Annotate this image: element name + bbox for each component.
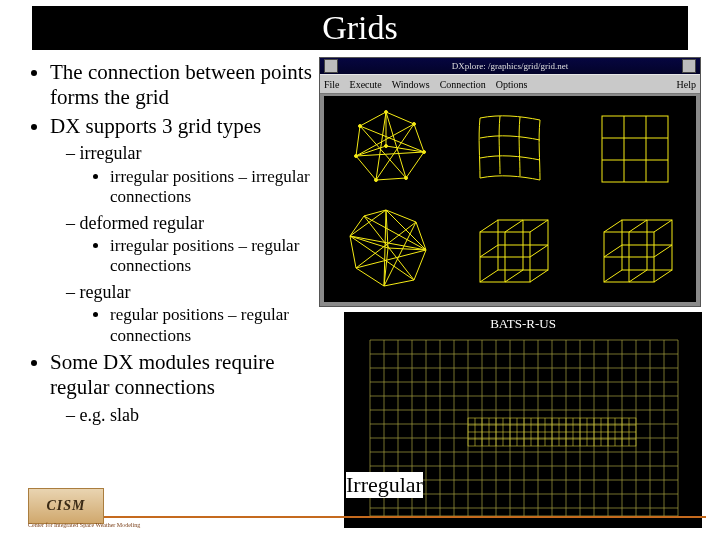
detail-regular: regular positions – regular connections — [110, 305, 320, 346]
svg-line-9 — [386, 146, 424, 152]
bullet-grid-types: DX supports 3 grid types irregular irreg… — [50, 114, 320, 347]
svg-point-16 — [355, 155, 358, 158]
bullet-connection: The connection between points forms the … — [50, 60, 320, 110]
title-text: Grids — [322, 9, 398, 47]
app-window: DXplore: /graphics/grid/grid.net File Ex… — [320, 58, 700, 306]
svg-point-15 — [375, 179, 378, 182]
app-canvas — [324, 96, 696, 302]
menu-windows[interactable]: Windows — [392, 79, 430, 90]
detail-deformed: irregular positions – regular connection… — [110, 236, 320, 277]
svg-line-30 — [350, 210, 386, 236]
system-menu-icon[interactable] — [324, 59, 338, 73]
subbullet-slab: e.g. slab — [66, 404, 320, 427]
grid-regular-1 — [602, 116, 668, 182]
logo-subtitle: Center for Integrated Space Weather Mode… — [28, 522, 148, 528]
menu-execute[interactable]: Execute — [350, 79, 382, 90]
bullet-modules-text: Some DX modules require regular connecti… — [50, 350, 275, 399]
svg-line-43 — [480, 270, 498, 282]
menu-options[interactable]: Options — [496, 79, 528, 90]
svg-line-56 — [654, 220, 672, 232]
svg-point-13 — [423, 151, 426, 154]
svg-line-42 — [530, 220, 548, 232]
svg-line-44 — [530, 270, 548, 282]
svg-point-11 — [385, 111, 388, 114]
logo-cism: CISM — [28, 488, 104, 524]
svg-line-63 — [629, 220, 647, 232]
subbullet-deformed: deformed regular irregular positions – r… — [66, 212, 320, 277]
svg-line-50 — [505, 270, 523, 282]
subbullet-deformed-text: deformed regular — [80, 213, 204, 233]
app-titlebar: DXplore: /graphics/grid/grid.net — [320, 58, 700, 74]
svg-line-33 — [350, 236, 414, 280]
svg-point-18 — [385, 145, 388, 148]
svg-line-65 — [604, 245, 622, 257]
bullet-modules: Some DX modules require regular connecti… — [50, 350, 320, 426]
grid-irregular-2 — [350, 210, 426, 286]
svg-point-14 — [405, 177, 408, 180]
bats-title: BATS-R-US — [344, 316, 702, 332]
subbullet-regular-text: regular — [80, 282, 131, 302]
svg-line-57 — [604, 270, 622, 282]
svg-line-49 — [505, 220, 523, 232]
footer-divider — [28, 516, 706, 518]
svg-line-66 — [654, 245, 672, 257]
svg-point-17 — [359, 125, 362, 128]
menu-connection[interactable]: Connection — [440, 79, 486, 90]
app-title-text: DXplore: /graphics/grid/grid.net — [338, 61, 682, 71]
svg-point-12 — [413, 123, 416, 126]
grid-regular-2 — [604, 220, 672, 282]
svg-line-3 — [376, 124, 414, 180]
menu-help[interactable]: Help — [677, 79, 696, 90]
svg-rect-19 — [602, 116, 668, 182]
svg-line-34 — [356, 250, 426, 268]
svg-line-58 — [654, 270, 672, 282]
svg-line-32 — [364, 216, 426, 250]
slide-title: Grids — [32, 6, 688, 50]
menu-file[interactable]: File — [324, 79, 340, 90]
app-menubar: File Execute Windows Connection Options … — [320, 74, 700, 94]
svg-line-4 — [356, 124, 414, 156]
slide: Grids The connection between points form… — [0, 0, 720, 540]
grid-deformed-1 — [479, 116, 540, 180]
grid-deformed-2 — [480, 220, 548, 282]
svg-line-55 — [604, 220, 622, 232]
subbullet-regular: regular regular positions – regular conn… — [66, 281, 320, 346]
grid-irregular-1 — [355, 111, 426, 182]
logo-text: CISM — [46, 498, 85, 514]
svg-line-51 — [480, 245, 498, 257]
detail-irregular: irregular positions – irregular connecti… — [110, 167, 320, 208]
svg-line-64 — [629, 270, 647, 282]
irregular-label: Irregular — [346, 472, 423, 498]
subbullet-irregular: irregular irregular positions – irregula… — [66, 142, 320, 207]
svg-line-2 — [386, 112, 406, 178]
subbullet-irregular-text: irregular — [80, 143, 142, 163]
svg-line-41 — [480, 220, 498, 232]
window-button-icon[interactable] — [682, 59, 696, 73]
grids-svg — [324, 96, 696, 302]
content-text: The connection between points forms the … — [30, 56, 320, 430]
svg-line-52 — [530, 245, 548, 257]
bullet-grid-types-text: DX supports 3 grid types — [50, 114, 261, 138]
